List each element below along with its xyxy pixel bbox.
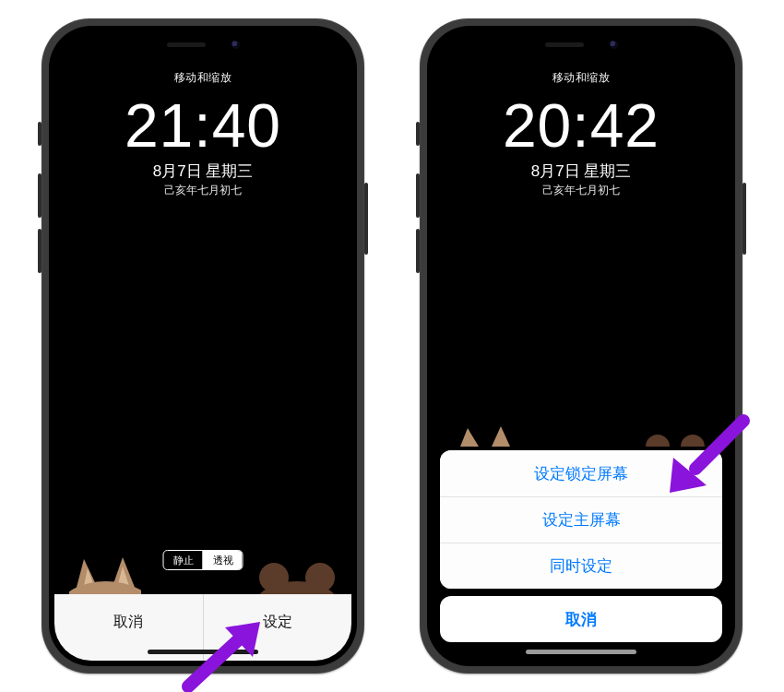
front-camera-icon [610,41,618,49]
phone-screen: 移动和缩放 21:40 8月7日 星期三 己亥年七月初七 [54,31,351,661]
set-lock-screen-option[interactable]: 设定锁定屏幕 [440,450,722,496]
volume-up-button[interactable] [416,173,420,218]
screen-title: 移动和缩放 [54,70,351,86]
phone-bezel: 移动和缩放 20:42 8月7日 星期三 己亥年七月初七 [427,26,735,666]
set-home-screen-option[interactable]: 设定主屏幕 [440,496,722,543]
side-power-button[interactable] [742,183,746,255]
front-camera-icon [232,41,240,49]
phone-left: 移动和缩放 21:40 8月7日 星期三 己亥年七月初七 [42,18,364,674]
speaker-grille-icon [545,42,584,47]
notch [503,31,659,57]
segment-still[interactable]: 静止 [164,551,203,569]
svg-point-5 [681,435,705,447]
volume-up-button[interactable] [38,173,42,218]
phone-bezel: 移动和缩放 21:40 8月7日 星期三 己亥年七月初七 [49,26,357,666]
volume-down-button[interactable] [416,229,420,273]
speaker-grille-icon [167,42,206,47]
set-both-option[interactable]: 同时设定 [440,543,722,589]
wallpaper-cat-ears-icon [69,552,141,594]
notch [125,31,281,57]
lock-time: 21:40 [54,90,351,161]
lock-time: 20:42 [433,90,730,161]
silence-switch[interactable] [38,122,42,146]
lock-date: 8月7日 星期三 [54,161,351,182]
phone-screen: 移动和缩放 20:42 8月7日 星期三 己亥年七月初七 [433,31,730,661]
side-power-button[interactable] [364,183,368,255]
screen-title: 移动和缩放 [433,70,730,86]
phone-right: 移动和缩放 20:42 8月7日 星期三 己亥年七月初七 [420,18,742,674]
volume-down-button[interactable] [38,229,42,273]
lock-date: 8月7日 星期三 [433,161,730,182]
home-indicator[interactable] [526,650,636,654]
lock-lunar-date: 己亥年七月初七 [433,183,730,198]
action-sheet-options: 设定锁定屏幕 设定主屏幕 同时设定 [440,450,722,589]
svg-point-4 [646,435,670,447]
segment-perspective[interactable]: 透视 [203,551,243,569]
wallpaper-bear-ears-icon [257,555,337,594]
wallpaper-bear-ears-icon [645,426,706,450]
lock-lunar-date: 己亥年七月初七 [54,183,351,198]
action-sheet: 设定锁定屏幕 设定主屏幕 同时设定 取消 [440,450,722,642]
action-sheet-cancel-button[interactable]: 取消 [440,596,722,642]
wallpaper-cat-ears-icon [457,426,514,450]
perspective-segmented-control[interactable]: 静止 透视 [163,550,244,570]
silence-switch[interactable] [416,122,420,146]
home-indicator[interactable] [148,650,258,654]
